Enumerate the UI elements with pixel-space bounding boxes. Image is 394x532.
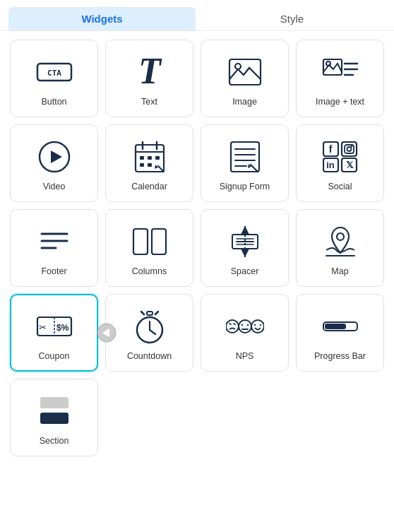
map-icon bbox=[321, 223, 359, 261]
widget-coupon[interactable]: ✂ $% Coupon bbox=[10, 294, 98, 372]
svg-marker-11 bbox=[51, 150, 62, 163]
widget-progress-bar[interactable]: Progress Bar bbox=[296, 294, 384, 372]
widget-map[interactable]: Map bbox=[296, 209, 384, 287]
tab-widgets[interactable]: Widgets bbox=[8, 7, 196, 30]
columns-icon bbox=[131, 223, 169, 261]
svg-rect-76 bbox=[40, 397, 68, 408]
widgets-grid: CTA Button T Text Image bbox=[0, 31, 394, 465]
svg-rect-41 bbox=[133, 229, 148, 254]
widget-text-label: Text bbox=[141, 97, 157, 107]
widget-video-label: Video bbox=[43, 182, 66, 191]
svg-point-64 bbox=[226, 320, 239, 333]
section-icon bbox=[35, 392, 73, 430]
svg-rect-20 bbox=[148, 163, 152, 167]
svg-point-67 bbox=[239, 320, 251, 333]
widget-text[interactable]: T Text bbox=[105, 40, 193, 117]
widget-nps-label: NPS bbox=[236, 351, 254, 361]
progress-bar-icon bbox=[321, 307, 359, 345]
widget-signup-form[interactable]: Signup Form bbox=[201, 124, 289, 202]
svg-point-32 bbox=[347, 147, 351, 151]
widget-image[interactable]: Image bbox=[201, 40, 289, 117]
widget-columns-label: Columns bbox=[132, 266, 167, 276]
svg-point-68 bbox=[241, 324, 242, 326]
svg-rect-19 bbox=[140, 163, 144, 167]
svg-line-65 bbox=[229, 324, 231, 324]
widget-section[interactable]: Section bbox=[10, 379, 98, 456]
svg-line-66 bbox=[234, 324, 235, 324]
svg-rect-59 bbox=[147, 312, 153, 315]
social-icon: f in 𝕏 bbox=[321, 138, 359, 176]
widget-video[interactable]: Video bbox=[10, 124, 98, 202]
button-icon: CTA bbox=[35, 53, 73, 91]
svg-rect-75 bbox=[325, 324, 346, 329]
nps-icon bbox=[226, 307, 264, 345]
svg-line-61 bbox=[155, 312, 158, 314]
widget-image-text[interactable]: Image + text bbox=[296, 40, 384, 117]
widget-columns[interactable]: Columns bbox=[105, 209, 193, 287]
svg-text:$%: $% bbox=[56, 323, 69, 333]
widget-button[interactable]: CTA Button bbox=[10, 40, 98, 117]
panel: Widgets Style CTA Button T Text bbox=[0, 0, 394, 532]
svg-marker-44 bbox=[241, 226, 249, 235]
widget-calendar-label: Calendar bbox=[131, 182, 167, 191]
widget-social-label: Social bbox=[328, 182, 352, 191]
widget-spacer-label: Spacer bbox=[231, 266, 259, 276]
tab-bar: Widgets Style bbox=[0, 0, 394, 31]
widget-nps[interactable]: NPS bbox=[201, 294, 289, 372]
svg-point-73 bbox=[259, 324, 261, 326]
widget-calendar[interactable]: Calendar bbox=[105, 124, 193, 202]
svg-rect-22 bbox=[231, 142, 259, 172]
svg-text:✂: ✂ bbox=[39, 322, 47, 333]
svg-line-63 bbox=[150, 330, 155, 334]
video-icon bbox=[35, 138, 73, 176]
spacer-icon bbox=[226, 223, 264, 261]
svg-rect-18 bbox=[155, 156, 160, 160]
widget-progress-bar-label: Progress Bar bbox=[314, 351, 366, 361]
countdown-icon bbox=[131, 307, 169, 345]
widget-signup-form-label: Signup Form bbox=[220, 182, 270, 191]
svg-rect-77 bbox=[40, 413, 68, 424]
svg-point-71 bbox=[251, 320, 264, 333]
svg-line-21 bbox=[158, 166, 164, 172]
svg-point-69 bbox=[246, 324, 248, 326]
widget-section-label: Section bbox=[40, 436, 69, 446]
widget-map-label: Map bbox=[331, 266, 348, 276]
svg-rect-16 bbox=[140, 156, 144, 160]
widget-coupon-label: Coupon bbox=[39, 351, 70, 361]
svg-point-6 bbox=[326, 61, 330, 66]
widget-footer-label: Footer bbox=[41, 266, 66, 276]
svg-marker-45 bbox=[241, 249, 249, 257]
widget-countdown-label: Countdown bbox=[127, 351, 172, 361]
svg-text:𝕏: 𝕏 bbox=[345, 160, 353, 170]
arrow-indicator bbox=[97, 323, 117, 343]
svg-rect-42 bbox=[152, 229, 166, 254]
svg-text:T: T bbox=[138, 55, 162, 89]
widget-spacer[interactable]: Spacer bbox=[201, 209, 289, 287]
svg-text:in: in bbox=[326, 160, 335, 170]
text-icon: T bbox=[131, 53, 169, 91]
footer-icon bbox=[35, 223, 73, 261]
image-icon bbox=[226, 53, 264, 91]
widget-footer[interactable]: Footer bbox=[10, 209, 98, 287]
svg-point-72 bbox=[253, 324, 255, 326]
signup-form-icon bbox=[226, 138, 264, 176]
widget-button-label: Button bbox=[41, 97, 66, 107]
widget-image-text-label: Image + text bbox=[316, 97, 364, 107]
svg-rect-17 bbox=[148, 156, 152, 160]
svg-line-27 bbox=[251, 165, 258, 172]
widget-social[interactable]: f in 𝕏 Social bbox=[296, 124, 384, 202]
svg-point-50 bbox=[337, 233, 344, 240]
widget-countdown[interactable]: Countdown bbox=[105, 294, 193, 372]
svg-text:CTA: CTA bbox=[47, 69, 61, 78]
image-text-icon bbox=[321, 53, 359, 91]
coupon-icon: ✂ $% bbox=[35, 307, 73, 345]
svg-text:f: f bbox=[328, 143, 332, 155]
svg-point-33 bbox=[350, 146, 352, 147]
svg-line-60 bbox=[141, 312, 144, 314]
calendar-icon bbox=[131, 138, 169, 176]
tab-style[interactable]: Style bbox=[198, 7, 386, 30]
widget-image-label: Image bbox=[232, 97, 257, 107]
